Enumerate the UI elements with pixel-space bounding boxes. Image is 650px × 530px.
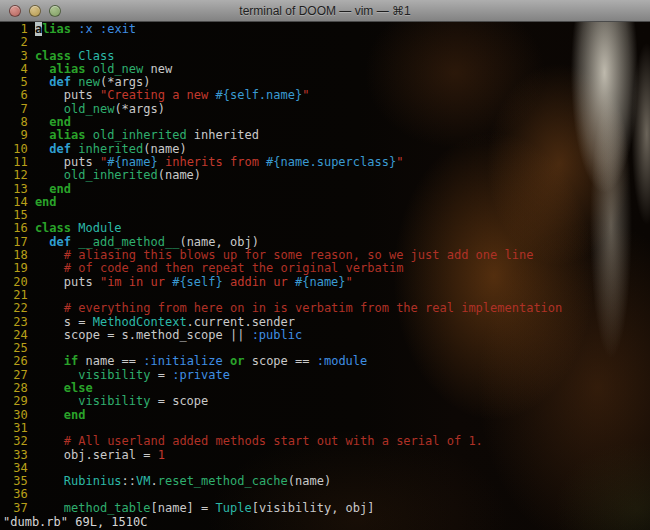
line-number: 33 [6,449,28,462]
code-line: 22 # everything from here on in is verba… [6,302,650,315]
code-text: end [35,408,86,422]
code-text: s = MethodContext.current.sender [35,315,295,329]
window-controls [9,5,61,17]
code-text: end [35,115,71,129]
line-number: 21 [6,289,28,302]
code-text: # everything from here on in is verbatim… [35,301,562,315]
line-number: 26 [6,355,28,368]
code-text: visibility = :private [35,368,230,382]
line-number: 17 [6,236,28,249]
line-number: 4 [6,63,28,76]
code-text: def __add_method__(name, obj) [35,235,259,249]
line-number: 19 [6,262,28,275]
code-line: 5 def new(*args) [6,76,650,89]
code-line: 23 s = MethodContext.current.sender [6,316,650,329]
line-number: 22 [6,302,28,315]
line-number: 3 [6,50,28,63]
code-line: 1alias :x :exit [6,23,650,36]
code-area[interactable]: 1alias :x :exit23class Class4 alias old_… [0,22,650,530]
code-line: 31 [6,422,650,435]
line-number: 5 [6,76,28,89]
line-number: 28 [6,382,28,395]
code-line: 7 old_new(*args) [6,103,650,116]
code-text: class Module [35,221,122,235]
line-number: 9 [6,129,28,142]
code-line: 20 puts "im in ur #{self} addin ur #{nam… [6,276,650,289]
code-line: 30 end [6,409,650,422]
line-number: 8 [6,116,28,129]
line-number: 27 [6,369,28,382]
line-number: 15 [6,209,28,222]
code-line: 17 def __add_method__(name, obj) [6,236,650,249]
code-line: 34 [6,462,650,475]
line-number: 34 [6,462,28,475]
code-line: 14end [6,196,650,209]
code-line: 35 Rubinius::VM.reset_method_cache(name) [6,475,650,488]
line-number: 7 [6,103,28,116]
code-line: 21 [6,289,650,302]
vim-status-line: "dumb.rb" 69L, 1510C [3,516,148,529]
line-number: 32 [6,435,28,448]
line-number: 35 [6,475,28,488]
line-number: 10 [6,143,28,156]
code-text: def new(*args) [35,75,151,89]
code-text: puts "Creating a new #{self.name}" [35,88,310,102]
code-text: end [35,182,71,196]
window-titlebar[interactable]: terminal of DOOM — vim — ⌘1 [0,0,650,22]
code-text: class Class [35,49,114,63]
line-number: 23 [6,316,28,329]
line-number: 25 [6,342,28,355]
code-text: method_table[name] = Tuple[visibility, o… [35,501,375,515]
line-number: 18 [6,249,28,262]
line-number: 37 [6,502,28,515]
code-text: alias old_inherited inherited [35,128,259,142]
code-line: 13 end [6,183,650,196]
code-text: alias old_new new [35,62,172,76]
code-line: 6 puts "Creating a new #{self.name}" [6,89,650,102]
line-number: 31 [6,422,28,435]
code-line: 29 visibility = scope [6,395,650,408]
code-text: old_inherited(name) [35,168,201,182]
code-line: 24 scope = s.method_scope || :public [6,329,650,342]
code-text: puts "im in ur #{self} addin ur #{name}" [35,275,353,289]
code-line: 2 [6,36,650,49]
code-line: 8 end [6,116,650,129]
code-text: visibility = scope [35,394,208,408]
line-number: 2 [6,36,28,49]
code-text: alias :x :exit [35,22,136,36]
line-number: 20 [6,276,28,289]
line-number: 14 [6,196,28,209]
code-line: 12 old_inherited(name) [6,169,650,182]
code-text: # of code and then repeat the original v… [35,261,403,275]
code-line: 15 [6,209,650,222]
code-text: puts "#{name} inherits from #{name.super… [35,155,404,169]
code-line: 16class Module [6,222,650,235]
line-number: 11 [6,156,28,169]
code-line: 9 alias old_inherited inherited [6,129,650,142]
line-number: 24 [6,329,28,342]
code-line: 25 [6,342,650,355]
code-line: 26 if name == :initialize or scope == :m… [6,355,650,368]
line-number: 16 [6,222,28,235]
code-line: 18 # aliasing this blows up for some rea… [6,249,650,262]
line-number: 29 [6,395,28,408]
code-line: 32 # All userland added methods start ou… [6,435,650,448]
code-text: scope = s.method_scope || :public [35,328,302,342]
zoom-button[interactable] [49,5,61,17]
code-line: 19 # of code and then repeat the origina… [6,262,650,275]
line-number: 30 [6,409,28,422]
code-text: else [35,381,93,395]
line-number: 13 [6,183,28,196]
minimize-button[interactable] [29,5,41,17]
close-button[interactable] [9,5,21,17]
code-text: # All userland added methods start out w… [35,434,483,448]
code-text: old_new(*args) [35,102,165,116]
line-number: 6 [6,89,28,102]
code-line: 33 obj.serial = 1 [6,449,650,462]
code-line: 28 else [6,382,650,395]
code-text: # aliasing this blows up for some reason… [35,248,534,262]
code-text: if name == :initialize or scope == :modu… [35,354,367,368]
code-line: 3class Class [6,50,650,63]
terminal-window: terminal of DOOM — vim — ⌘1 1alias :x :e… [0,0,650,530]
code-text: end [35,195,57,209]
